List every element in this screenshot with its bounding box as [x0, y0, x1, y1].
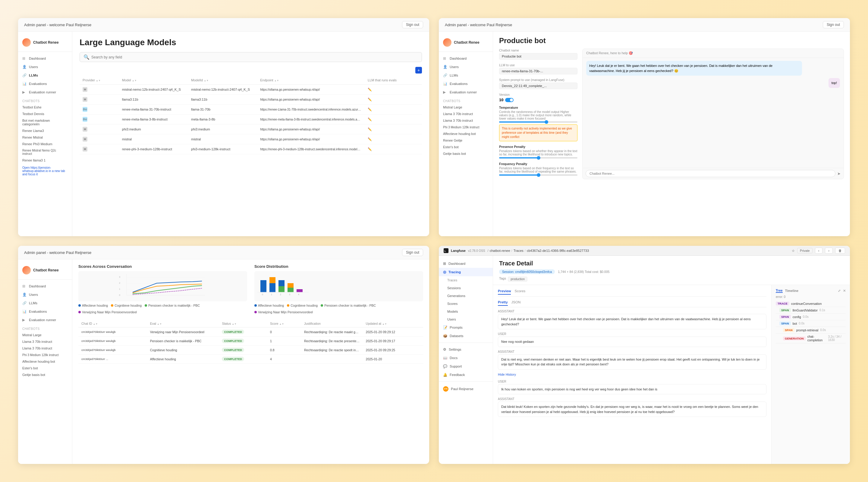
sidebar-item-users-2[interactable]: 👤 Users	[439, 63, 493, 71]
chat-item-2-5[interactable]: Renee Geitje	[439, 137, 493, 144]
trace-nav-settings[interactable]: ⚙ Settings	[439, 345, 493, 354]
panel-llm: Admin panel - welcome Paul Reijnerse Sig…	[18, 18, 429, 236]
trace-nav-feedback[interactable]: 🔔 Feedback	[439, 371, 493, 379]
sign-out-btn-1[interactable]: Sign out	[402, 21, 423, 28]
sidebar-item-llms-3[interactable]: 🔗 LLMs	[18, 299, 72, 307]
brand-name-2: Chatbot Renee	[454, 40, 479, 44]
sidebar-item-eval-2[interactable]: 📊 Evaluations	[439, 79, 493, 88]
chat-item-1-4[interactable]: Renee Mistral	[18, 134, 72, 141]
trace-nav-dashboard[interactable]: ⊞ Dashboard	[439, 259, 493, 268]
trace-nav-generations[interactable]: Generations	[439, 292, 493, 300]
svg-text:0: 0	[262, 293, 263, 295]
sidebar-2: Chatbot Renee ⊞ Dashboard 👤 Users 🔗 LLMs	[439, 32, 493, 236]
version-toggle-switch[interactable]	[505, 98, 514, 102]
edit-icon-4[interactable]: ✏️	[368, 127, 372, 131]
sidebar-item-users-3[interactable]: 👤 Users	[18, 290, 72, 299]
chat-input[interactable]	[586, 170, 835, 177]
chat-item-3-2[interactable]: Llama 3 70b instruct	[18, 345, 72, 352]
chat-item-3-0[interactable]: Mistral Large	[18, 332, 72, 338]
sidebar-item-llms-1[interactable]: 🔗 LLMs	[18, 71, 72, 79]
chat-item-2-2[interactable]: Llama 3 70b instruct	[439, 117, 493, 124]
star-icon[interactable]: ☆	[792, 249, 795, 253]
chat-item-3-4[interactable]: Affectieve houding bot	[18, 358, 72, 365]
search-input-1[interactable]	[91, 55, 418, 59]
presence-slider[interactable]	[499, 157, 578, 158]
sidebar-item-evalrun-1[interactable]: ▶ Evaluation runner	[18, 88, 72, 96]
svg-rect-10	[270, 283, 276, 292]
sidebar-item-dashboard-2[interactable]: ⊞ Dashboard	[439, 54, 493, 63]
edit-icon-0[interactable]: ✏️	[368, 88, 372, 91]
edit-icon-5[interactable]: ✏️	[368, 137, 372, 141]
chat-item-2-4[interactable]: Affectieve houding bot	[439, 130, 493, 137]
chat-item-1-2[interactable]: Bot met markdown categorieën	[18, 117, 72, 127]
sidebar-item-dashboard-1[interactable]: ⊞ Dashboard	[18, 54, 72, 63]
tab-timeline[interactable]: Timeline	[785, 289, 798, 292]
chat-item-3-6[interactable]: Geitje basis bot	[18, 372, 72, 378]
chat-item-3-1[interactable]: Llama 3 70b instruct	[18, 338, 72, 345]
send-btn[interactable]: ➤	[837, 171, 841, 176]
trace-nav-models[interactable]: Models	[439, 308, 493, 315]
trace-nav-docs[interactable]: 📖 Docs	[439, 354, 493, 362]
chat-item-1-3[interactable]: Renee Llama3	[18, 127, 72, 134]
trace-nav-users-lf[interactable]: Users	[439, 315, 493, 323]
trace-nav-prompts[interactable]: 📝 Prompts	[439, 323, 493, 332]
chat-item-2-7[interactable]: Geitje basis bot	[439, 150, 493, 157]
trace-nav-user-profile[interactable]: PR Paul Reijnerse	[439, 384, 493, 394]
toolbar-delete-btn[interactable]: 🗑	[835, 248, 845, 254]
trace-msg-assistant-0: assistant Hey! Leuk dat je er bent. We g…	[498, 310, 767, 329]
sidebar-item-evalrun-2[interactable]: ▶ Evaluation runner	[439, 88, 493, 96]
hide-history-btn[interactable]: Hide History	[498, 373, 516, 376]
tab-preview[interactable]: Preview	[498, 289, 511, 295]
chat-item-1-1[interactable]: Testbot Dennis	[18, 110, 72, 117]
open-link-1[interactable]: Open https://pension-whatsup.ablative.io…	[18, 164, 72, 178]
th-model: Model ▲▼	[119, 76, 188, 85]
panel-body-3: Chatbot Renee ⊞ Dashboard 👤 Users 🔗 LLMs	[18, 259, 429, 464]
line-chart-area: 0 1 2 3	[79, 271, 247, 301]
close-icon[interactable]: ✕	[843, 289, 846, 293]
sidebar-item-eval-3[interactable]: 📊 Evaluations	[18, 307, 72, 316]
sign-out-btn-3[interactable]: Sign out	[402, 249, 423, 256]
tab-tree[interactable]: Tree	[776, 289, 783, 293]
feedback-icon: 🔔	[443, 373, 447, 377]
trace-nav-traces[interactable]: Traces	[439, 276, 493, 284]
chat-item-3-3[interactable]: Phi 3 Medium 128k instruct	[18, 352, 72, 358]
toolbar-next-btn[interactable]: ›	[825, 248, 833, 254]
search-bar-1[interactable]: 🔍	[80, 52, 422, 62]
sidebar-item-evalrun-3[interactable]: ▶ Evaluation runner	[18, 316, 72, 324]
trace-nav-support[interactable]: 💬 Support	[439, 362, 493, 371]
edit-icon-3[interactable]: ✏️	[368, 118, 372, 121]
add-llm-btn[interactable]: +	[415, 67, 422, 73]
trace-nav-datasets[interactable]: 📦 Datasets	[439, 332, 493, 340]
tab-pretty[interactable]: Pretty	[498, 300, 508, 306]
llm-table: Provider ▲▼ Model ▲▼ ModelId ▲▼ Endpoint…	[80, 76, 422, 154]
chat-item-3-5[interactable]: Ester's bot	[18, 365, 72, 372]
tab-json[interactable]: JSON	[512, 300, 521, 306]
chat-item-2-3[interactable]: Phi 3 Medium 128k instruct	[439, 124, 493, 130]
chat-item-2-1[interactable]: Llama 3 70b instruct	[439, 110, 493, 117]
breadcrumb-traces[interactable]: Traces	[514, 249, 524, 252]
sidebar-item-llms-2[interactable]: 🔗 LLMs	[439, 71, 493, 79]
sign-out-btn-2[interactable]: Sign out	[823, 21, 844, 28]
breadcrumb-chatbot[interactable]: chatbot-renee	[490, 249, 510, 252]
sidebar-item-users-1[interactable]: 👤 Users	[18, 63, 72, 71]
trace-nav-scores[interactable]: Scores	[439, 300, 493, 308]
chat-item-1-6[interactable]: Renee Mistral Nemo Q2c instruct	[18, 147, 72, 157]
span-retrieval: SPAN prompt-retrieval 0.0s	[776, 327, 846, 333]
edit-icon-2[interactable]: ✏️	[368, 107, 372, 111]
chat-item-1-0[interactable]: Testbot Eshe	[18, 104, 72, 110]
edit-icon-6[interactable]: ✏️	[368, 147, 372, 151]
tab-scores[interactable]: Scores	[515, 289, 525, 295]
frequency-slider[interactable]	[499, 174, 578, 175]
toolbar-prev-btn[interactable]: ‹	[815, 248, 823, 254]
sidebar-item-eval-1[interactable]: 📊 Evaluations	[18, 79, 72, 88]
temperature-slider[interactable]	[499, 121, 578, 123]
trace-nav-sessions[interactable]: Sessions	[439, 284, 493, 292]
chat-item-1-7[interactable]: Renee llama3 1	[18, 157, 72, 164]
sidebar-item-dashboard-3[interactable]: ⊞ Dashboard	[18, 282, 72, 290]
trace-nav-tracing[interactable]: ◎ Tracing	[439, 268, 493, 276]
chat-item-2-0[interactable]: Mistral Large	[439, 104, 493, 110]
chat-item-1-5[interactable]: Renee Phi3 Medium	[18, 141, 72, 147]
chat-item-2-6[interactable]: Ester's bot	[439, 144, 493, 150]
breadcrumb-trace-id[interactable]: cb4367a2-de11-4366-9f8c-ea63e8527733	[527, 249, 589, 252]
edit-icon-1[interactable]: ✏️	[368, 98, 372, 101]
